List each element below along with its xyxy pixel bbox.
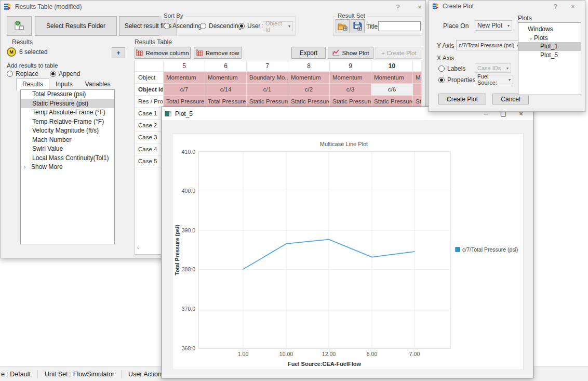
tab-results[interactable]: Results: [16, 78, 49, 90]
export-button[interactable]: Export: [291, 47, 326, 59]
tree-item[interactable]: Plot_5: [518, 51, 581, 60]
y-axis-dropdown[interactable]: c/7/Total Pressure (psi) ▾: [456, 40, 522, 50]
table-cell[interactable]: Momentum: [288, 72, 330, 84]
close-button[interactable]: ×: [411, 1, 429, 12]
svg-text:400.0: 400.0: [182, 188, 195, 194]
window-title: Results Table (modified): [15, 3, 82, 10]
column-header[interactable]: 10: [371, 60, 413, 72]
table-cell[interactable]: Total Pressure (...: [164, 96, 205, 108]
select-results-folder-button[interactable]: Select Results Folder: [35, 16, 117, 36]
table-cell[interactable]: Momentum: [164, 72, 205, 84]
results-window-titlebar: Results Table (modified) ? ×: [1, 1, 425, 13]
properties-radio[interactable]: Properties: [438, 76, 476, 84]
scroll-left-icon[interactable]: ‹: [137, 245, 139, 251]
column-header[interactable]: [413, 60, 422, 72]
table-cell[interactable]: c/6: [371, 84, 413, 96]
labels-radio[interactable]: Labels: [438, 65, 465, 72]
help-button[interactable]: ?: [389, 1, 407, 12]
list-item[interactable]: Temp Relative-Frame (°F): [21, 117, 114, 127]
svg-text:7.00: 7.00: [409, 351, 420, 357]
result-set-title-input[interactable]: [378, 21, 421, 31]
table-cell[interactable]: Boundary Mo...: [247, 72, 288, 84]
app-icon: [432, 3, 439, 10]
table-cell[interactable]: c/7: [164, 84, 205, 96]
table-cell[interactable]: Momentum: [371, 72, 413, 84]
sort-ascending-radio[interactable]: Ascending: [164, 22, 202, 30]
close-button[interactable]: ×: [564, 1, 582, 12]
remove-row-button[interactable]: x Remove row: [194, 47, 242, 59]
tree-item[interactable]: Windows: [518, 25, 581, 34]
row-header[interactable]: Case 1: [135, 108, 164, 120]
row-header[interactable]: Object Id: [135, 84, 164, 96]
tab-variables[interactable]: Variables: [79, 78, 117, 90]
list-item[interactable]: Temp Absolute-Frame (°F): [21, 108, 114, 117]
labels-dropdown[interactable]: Case IDs ▾: [475, 63, 511, 73]
tree-item[interactable]: Plot_1: [518, 42, 581, 51]
list-item[interactable]: Total Pressure (psi): [21, 90, 114, 99]
sort-column-dropdown[interactable]: Object Id ▾: [263, 21, 293, 31]
list-item[interactable]: Static Pressure (psi): [21, 99, 114, 109]
column-header[interactable]: 9: [330, 60, 371, 72]
show-plot-button[interactable]: Show Plot: [328, 47, 373, 59]
table-cell[interactable]: c/1: [247, 84, 288, 96]
cancel-button[interactable]: Cancel: [492, 94, 529, 104]
table-cell[interactable]: c/3: [330, 84, 371, 96]
tab-inputs[interactable]: Inputs: [49, 78, 79, 90]
row-header[interactable]: Case 2: [135, 120, 164, 132]
list-item[interactable]: Local Mass Continuity(Tol1): [21, 154, 114, 163]
radio-icon: [438, 65, 445, 72]
table-cell[interactable]: Static Pressure ...: [330, 96, 371, 108]
save-result-set-button[interactable]: [351, 19, 365, 33]
table-cell[interactable]: Momentum: [205, 72, 247, 84]
table-cell[interactable]: [413, 84, 422, 96]
column-header[interactable]: 6: [205, 60, 247, 72]
column-header[interactable]: 5: [164, 60, 205, 72]
row-header[interactable]: Object: [135, 72, 164, 84]
folder-open-icon: [338, 22, 348, 31]
sort-descending-radio[interactable]: Descending: [200, 22, 242, 30]
line-chart: 410.0400.0390.0380.0370.0360.01.0010.001…: [172, 134, 524, 371]
sort-by-label: Sort By: [162, 12, 185, 19]
radio-icon: [200, 23, 206, 29]
list-item[interactable]: Swirl Value: [21, 144, 114, 154]
remove-row-icon: x: [196, 49, 203, 56]
place-on-dropdown[interactable]: New Plot ▾: [475, 20, 512, 31]
replace-radio[interactable]: Replace: [7, 70, 38, 77]
add-results-button[interactable]: +: [112, 47, 125, 58]
table-cell[interactable]: c/14: [205, 84, 247, 96]
table-cell[interactable]: Static Pressure ...: [247, 96, 288, 108]
list-item[interactable]: Mach Number: [21, 136, 114, 145]
table-cell[interactable]: Sta: [413, 96, 422, 108]
row-header[interactable]: Case 4: [135, 143, 164, 155]
dialog-title: Create Plot: [443, 3, 474, 10]
add-result-file-button[interactable]: [7, 16, 32, 36]
remove-column-button[interactable]: x Remove column: [135, 47, 191, 59]
row-header[interactable]: Case 5: [135, 155, 164, 167]
create-plot-button[interactable]: + Create Plot: [376, 47, 422, 59]
create-plot-confirm-button[interactable]: Create Plot: [438, 94, 486, 104]
load-result-set-button[interactable]: [336, 19, 350, 33]
append-radio[interactable]: Append: [50, 70, 80, 77]
row-header[interactable]: Res / Prop: [135, 96, 164, 108]
show-more-item[interactable]: ›Show More: [21, 163, 114, 172]
column-header[interactable]: [135, 60, 164, 72]
table-cell[interactable]: Mo: [413, 72, 422, 84]
create-plot-titlebar: Create Plot ? ×: [429, 1, 585, 12]
radio-icon: [164, 23, 170, 29]
table-cell[interactable]: Momentum: [330, 72, 371, 84]
properties-dropdown[interactable]: Fuel Source: ▾: [475, 75, 513, 84]
column-header[interactable]: 8: [288, 60, 330, 72]
results-panel-label: Results: [12, 38, 33, 46]
radio-icon: [7, 71, 13, 77]
svg-text:x: x: [196, 49, 198, 51]
column-header[interactable]: 7: [247, 60, 288, 72]
tree-item[interactable]: ⌄Plots: [518, 34, 581, 43]
table-cell[interactable]: c/2: [288, 84, 330, 96]
help-button[interactable]: ?: [546, 1, 564, 12]
table-cell[interactable]: Static Pressure ...: [371, 96, 413, 108]
table-cell[interactable]: Static Pressure ...: [288, 96, 330, 108]
row-header[interactable]: Case 3: [135, 132, 164, 143]
selected-count: 6 selected: [19, 48, 48, 56]
table-cell[interactable]: Total Pressure (...: [205, 96, 247, 108]
list-item[interactable]: Velocity Magnitude (ft/s): [21, 126, 114, 136]
